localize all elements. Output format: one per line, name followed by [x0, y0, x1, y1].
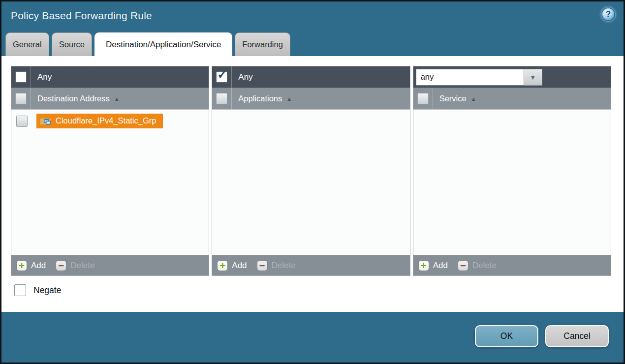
applications-any-bar: ✓ Any [212, 66, 409, 88]
delete-label: Delete [472, 261, 497, 271]
divider [231, 66, 232, 88]
destination-address-item[interactable]: Cloudflare_IPv4_Static_Grp [36, 114, 163, 128]
applications-list [212, 110, 409, 255]
destination-row-checkbox[interactable] [16, 116, 28, 127]
delete-label: Delete [272, 261, 296, 271]
applications-add-button[interactable]: + Add [217, 260, 247, 271]
service-mode-select[interactable]: any ▼ [416, 69, 542, 86]
service-add-button[interactable]: + Add [418, 260, 448, 271]
applications-column-header: Applications [238, 94, 282, 103]
delete-label: Delete [70, 261, 94, 271]
negate-row: Negate [11, 284, 611, 296]
plus-icon: + [418, 260, 429, 271]
divider [433, 88, 433, 109]
help-icon[interactable]: ? [601, 7, 615, 21]
destination-column-header: Destination Address [37, 94, 110, 103]
minus-icon: − [56, 260, 66, 271]
address-group-icon [40, 116, 52, 125]
plus-icon: + [16, 260, 27, 271]
divider [31, 88, 31, 109]
destination-toolbar: + Add − Delete [11, 255, 209, 275]
service-select-all-checkbox[interactable] [417, 93, 429, 104]
cancel-button[interactable]: Cancel [545, 325, 609, 347]
divider [31, 66, 31, 88]
service-header-row[interactable]: Service ▲ [413, 88, 611, 110]
destination-delete-button[interactable]: − Delete [56, 260, 94, 271]
check-icon: ✓ [217, 67, 227, 82]
sort-asc-icon[interactable]: ▲ [114, 96, 120, 102]
minus-icon: − [257, 260, 268, 271]
destination-column: Any Destination Address ▲ [11, 66, 209, 276]
tab-forwarding[interactable]: Forwarding [235, 32, 290, 56]
dialog-title: Policy Based Forwarding Rule [11, 10, 152, 22]
destination-row: Cloudflare_IPv4_Static_Grp [11, 110, 209, 128]
ok-button[interactable]: OK [475, 325, 538, 347]
destination-select-all-checkbox[interactable] [15, 93, 27, 104]
tab-destination-application-service[interactable]: Destination/Application/Service [94, 32, 232, 56]
applications-select-all-checkbox[interactable] [216, 93, 227, 104]
sort-asc-icon[interactable]: ▲ [471, 96, 476, 102]
tab-general[interactable]: General [5, 32, 49, 56]
divider [231, 88, 232, 109]
plus-icon: + [217, 260, 228, 271]
service-dropdown-bar: any ▼ [413, 66, 611, 88]
applications-header-row[interactable]: Applications ▲ [212, 88, 409, 110]
add-label: Add [232, 261, 247, 271]
applications-column: ✓ Any Applications ▲ + Add [212, 66, 410, 276]
negate-checkbox[interactable] [14, 284, 26, 296]
applications-toolbar: + Add − Delete [212, 255, 409, 275]
destination-header-row[interactable]: Destination Address ▲ [11, 88, 209, 110]
tab-source[interactable]: Source [52, 32, 92, 56]
destination-address-label: Cloudflare_IPv4_Static_Grp [56, 116, 156, 125]
applications-delete-button[interactable]: − Delete [257, 260, 296, 271]
destination-any-label: Any [37, 72, 52, 82]
dialog-titlebar: Policy Based Forwarding Rule ? [1, 1, 624, 32]
applications-any-label: Any [238, 72, 252, 82]
service-list [413, 110, 611, 255]
destination-add-button[interactable]: + Add [16, 260, 46, 271]
service-column-header: Service [439, 94, 467, 103]
dialog-footer: OK Cancel [1, 312, 624, 363]
applications-any-checkbox[interactable]: ✓ [216, 71, 227, 83]
chevron-down-icon[interactable]: ▼ [524, 69, 542, 86]
destination-any-bar: Any [11, 66, 209, 88]
tab-content: Any Destination Address ▲ [1, 56, 624, 312]
service-column: any ▼ Service ▲ + Add [413, 66, 611, 276]
tab-bar: General Source Destination/Application/S… [1, 32, 624, 56]
minus-icon: − [458, 260, 469, 271]
add-label: Add [31, 261, 46, 271]
destination-any-checkbox[interactable] [15, 71, 27, 83]
negate-label: Negate [33, 285, 61, 296]
service-toolbar: + Add − Delete [413, 255, 611, 275]
destination-list: Cloudflare_IPv4_Static_Grp [11, 110, 209, 255]
service-mode-value[interactable]: any [416, 69, 524, 86]
sort-asc-icon[interactable]: ▲ [286, 96, 292, 102]
add-label: Add [433, 261, 448, 271]
service-delete-button[interactable]: − Delete [458, 260, 497, 271]
policy-based-forwarding-dialog: Policy Based Forwarding Rule ? General S… [0, 0, 625, 364]
columns-container: Any Destination Address ▲ [11, 66, 611, 276]
